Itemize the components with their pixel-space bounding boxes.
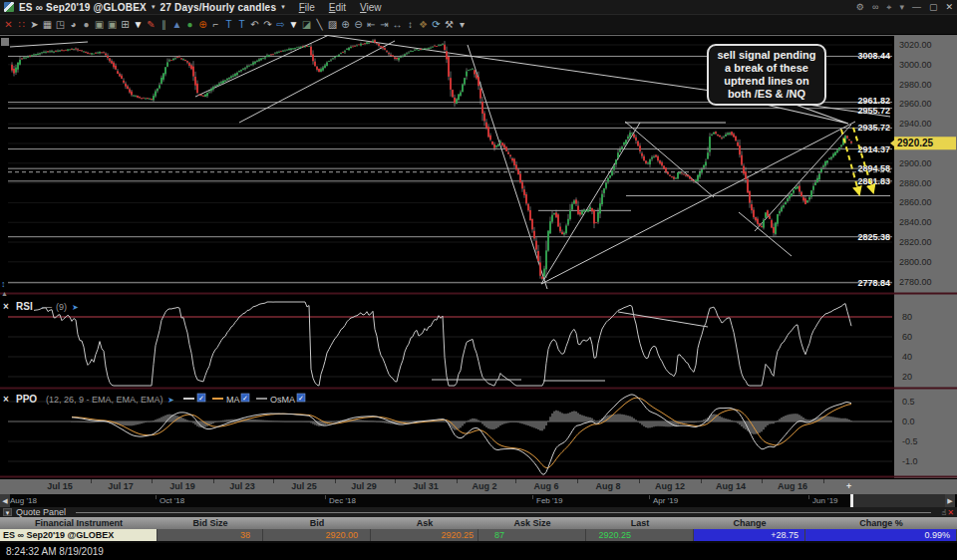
wrench-icon[interactable]: ⚒ — [443, 18, 456, 31]
draw-tool-icon[interactable]: ✎ — [145, 18, 158, 31]
close-panel-icon[interactable]: ✕ — [947, 508, 954, 517]
close-window-icon[interactable]: ✕ — [945, 2, 953, 12]
instrument-cell[interactable]: ES ∞ Sep20'19 @GLOBEX — [0, 529, 158, 541]
chart-type-icon[interactable]: ◪ — [300, 18, 313, 31]
chart-area[interactable]: 3020.003000.002980.002960.002940.002920.… — [0, 35, 957, 478]
tools-dropdown-icon[interactable]: ▼ — [287, 18, 300, 31]
ppo-settings-icon[interactable]: ➤ — [167, 396, 174, 405]
vfit-icon[interactable]: ↕ — [404, 18, 417, 31]
scroll-right-icon[interactable]: ▶ — [945, 494, 955, 507]
scroll-left-icon[interactable]: ◀ — [0, 494, 10, 507]
pyramid-tool-icon[interactable]: ▲ — [170, 18, 183, 31]
layout-grid-icon[interactable]: ⊞ — [119, 18, 132, 31]
symbol-caret-icon[interactable]: ▾ — [152, 3, 156, 11]
expand-left-icon[interactable]: ⇤ — [365, 18, 378, 31]
svg-text:uptrend lines on: uptrend lines on — [724, 75, 809, 87]
pan-tool-icon[interactable]: ❖ — [417, 18, 430, 31]
scroll-up-icon[interactable]: ▲ — [1, 290, 8, 297]
restore-icon[interactable]: ▢ — [929, 2, 938, 12]
text2-tool-icon[interactable]: T — [235, 18, 248, 31]
redo-icon[interactable]: ↷ — [261, 18, 274, 31]
window-controls: ⚙∞⌖▾—▢✕ — [856, 2, 953, 13]
text-tool-icon[interactable]: T — [222, 18, 235, 31]
svg-text:0.5: 0.5 — [902, 397, 915, 407]
clock-text: 8:24:32 AM 8/19/2019 — [6, 546, 104, 557]
col-ask: Ask — [371, 518, 478, 528]
stamp-tool-icon[interactable]: ◳ — [54, 18, 67, 31]
image2-tool-icon[interactable]: ▣ — [106, 18, 119, 31]
sphere-tool-icon[interactable]: ● — [183, 18, 196, 31]
price-chart-canvas[interactable]: 3020.003000.002980.002960.002940.002920.… — [0, 35, 957, 478]
trendline-tool-icon[interactable]: ╲ — [313, 18, 326, 31]
instrument-dropdown-icon[interactable]: ▼ — [132, 18, 145, 31]
axis-expand-marker[interactable]: + — [846, 481, 851, 491]
header-rule — [76, 512, 931, 513]
hatch-tool-icon[interactable]: ▨ — [326, 18, 339, 31]
quote-column-headers: Financial Instrument Bid Size Bid Ask As… — [0, 517, 957, 529]
pin-caret-icon[interactable]: ▾ — [899, 2, 904, 12]
undo-icon[interactable]: ↶ — [248, 18, 261, 31]
pointer-tool-icon[interactable]: ➤ — [28, 18, 41, 31]
menu-view[interactable]: View — [360, 2, 382, 13]
x-axis-label: Aug 16 — [778, 481, 807, 491]
col-bid: Bid — [263, 518, 371, 528]
statusbar: 8:24:32 AM 8/19/2019 — [0, 543, 957, 560]
menu-edit[interactable]: Edit — [329, 2, 346, 13]
timeframe-title[interactable]: 27 Days/Hourly candles — [160, 2, 276, 13]
timeframe-caret-icon[interactable]: ▾ — [281, 3, 285, 11]
svg-text:✓: ✓ — [242, 395, 248, 402]
svg-text:PPO: PPO — [16, 394, 37, 405]
ppo-close-icon[interactable]: × — [3, 394, 9, 405]
quote-row[interactable]: ES ∞ Sep20'19 @GLOBEX 38 2920.00 2920.25… — [0, 529, 957, 541]
x-axis-label: Aug 14 — [716, 481, 746, 491]
snap-grid-icon[interactable]: ∷ — [15, 18, 28, 31]
svg-text:2980.00: 2980.00 — [899, 80, 932, 90]
x-axis-label: Jul 25 — [291, 481, 317, 491]
svg-text:2920.25: 2920.25 — [897, 138, 934, 148]
minimize-icon[interactable]: — — [912, 2, 921, 12]
zoom-out-icon[interactable]: ⊖ — [352, 18, 365, 31]
cursor-artifact: ☝ ✕ — [941, 508, 954, 517]
arrow-tool-icon[interactable]: ⇨ — [274, 18, 287, 31]
target-tool-icon[interactable]: ⊕ — [196, 18, 209, 31]
svg-text:2955.72: 2955.72 — [857, 106, 890, 116]
symbol-title[interactable]: ES ∞ Sep20'19 @GLOBEX — [19, 2, 147, 13]
svg-text:✓: ✓ — [198, 395, 204, 402]
menu-file[interactable]: File — [299, 2, 315, 13]
pin-icon[interactable]: ⌖ — [886, 2, 891, 13]
ellipse-tool-icon[interactable]: ● — [80, 18, 93, 31]
refresh-icon[interactable]: ⟳ — [430, 18, 443, 31]
hand-cursor-icon: ☝ — [941, 508, 946, 517]
image-tool-icon[interactable]: ▣ — [93, 18, 106, 31]
svg-text:RSI: RSI — [16, 301, 33, 312]
toolbar: ✕∷➤▦◳◕●▣▣⊞▼✎∥▲●⊕⌐TT↶↷⇨▼◪╲▨⊕⊖⇤⇥↔↕❖⟳⚒▾ — [0, 14, 957, 35]
timeline-scrollbar[interactable]: Aug '18Oct '18Dec '18Feb '19Apr '19Jun '… — [0, 494, 957, 507]
chart-corner-icon[interactable] — [1, 38, 9, 46]
settings-gear-icon[interactable]: ⚙ — [856, 2, 864, 12]
svg-text:both /ES & /NQ: both /ES & /NQ — [728, 88, 806, 100]
candles-tool-icon[interactable]: ∥ — [158, 18, 170, 31]
link-icon[interactable]: ∞ — [872, 2, 878, 12]
col-change: Change — [694, 518, 805, 528]
zoom-in-icon[interactable]: ⊕ — [339, 18, 352, 31]
measure-tool-icon[interactable]: ⌐ — [209, 18, 222, 31]
more-dropdown-icon[interactable]: ▾ — [456, 18, 469, 31]
svg-text:—: — — [42, 301, 52, 312]
svg-text:40: 40 — [902, 352, 912, 362]
close-chart-icon[interactable]: ✕ — [2, 18, 15, 31]
rsi-close-icon[interactable]: × — [3, 301, 9, 312]
col-bid-size: Bid Size — [158, 518, 263, 528]
expand-right-icon[interactable]: ⇥ — [378, 18, 391, 31]
col-financial-instrument: Financial Instrument — [0, 518, 158, 528]
scroll-marker-icon[interactable]: ↕ — [1, 279, 6, 289]
time-axis[interactable]: Jul 15Jul 17Jul 19Jul 23Jul 25Jul 29Jul … — [0, 478, 957, 494]
timeline-thumb[interactable] — [850, 494, 945, 507]
timeline-label: Aug '18 — [10, 496, 37, 505]
magnify-tool-icon[interactable]: ◕ — [67, 18, 80, 31]
svg-text:0.0: 0.0 — [902, 417, 915, 426]
bid-size-cell: 38 — [158, 529, 263, 541]
grid-tool-icon[interactable]: ▦ — [41, 18, 54, 31]
hfit-icon[interactable]: ↔ — [391, 18, 404, 31]
rsi-settings-icon[interactable]: ➤ — [72, 303, 79, 312]
collapse-panel-icon[interactable]: ▼ — [3, 508, 12, 516]
